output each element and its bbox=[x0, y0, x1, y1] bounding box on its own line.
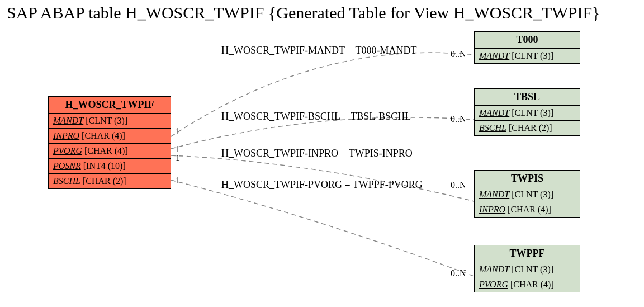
rel-label-bschl: H_WOSCR_TWPIF-BSCHL = TBSL-BSCHL bbox=[221, 111, 411, 122]
entity-h-woscr-twpif: H_WOSCR_TWPIF MANDT [CLNT (3)] INPRO [CH… bbox=[48, 96, 171, 189]
cardinality-left: 1 bbox=[176, 126, 180, 136]
field-inpro: INPRO [CHAR (4)] bbox=[475, 202, 580, 217]
field-bschl: BSCHL [CHAR (2)] bbox=[49, 174, 171, 188]
entity-twpis: TWPIS MANDT [CLNT (3)] INPRO [CHAR (4)] bbox=[474, 170, 580, 218]
entity-header: TWPPF bbox=[475, 245, 580, 262]
diagram-stage: SAP ABAP table H_WOSCR_TWPIF {Generated … bbox=[0, 0, 644, 307]
entity-twppf: TWPPF MANDT [CLNT (3)] PVORG [CHAR (4)] bbox=[474, 245, 580, 292]
field-inpro: INPRO [CHAR (4)] bbox=[49, 129, 171, 144]
field-bschl: BSCHL [CHAR (2)] bbox=[475, 121, 580, 135]
rel-label-mandt: H_WOSCR_TWPIF-MANDT = T000-MANDT bbox=[221, 45, 417, 56]
entity-header: H_WOSCR_TWPIF bbox=[49, 97, 171, 114]
rel-label-inpro: H_WOSCR_TWPIF-INPRO = TWPIS-INPRO bbox=[221, 148, 413, 159]
field-mandt: MANDT [CLNT (3)] bbox=[475, 262, 580, 277]
field-mandt: MANDT [CLNT (3)] bbox=[475, 49, 580, 63]
cardinality-right: 0..N bbox=[451, 114, 466, 124]
cardinality-left: 1 bbox=[176, 176, 180, 186]
entity-t000: T000 MANDT [CLNT (3)] bbox=[474, 31, 580, 64]
field-mandt: MANDT [CLNT (3)] bbox=[475, 187, 580, 202]
field-mandt: MANDT [CLNT (3)] bbox=[49, 114, 171, 129]
field-posnr: POSNR [INT4 (10)] bbox=[49, 159, 171, 174]
field-pvorg: PVORG [CHAR (4)] bbox=[49, 144, 171, 159]
entity-header: TWPIS bbox=[475, 171, 580, 187]
field-mandt: MANDT [CLNT (3)] bbox=[475, 106, 580, 121]
cardinality-right: 0..N bbox=[451, 49, 466, 59]
entity-header: T000 bbox=[475, 32, 580, 49]
cardinality-right: 0..N bbox=[451, 180, 466, 190]
entity-header: TBSL bbox=[475, 89, 580, 106]
rel-label-pvorg: H_WOSCR_TWPIF-PVORG = TWPPF-PVORG bbox=[221, 179, 423, 191]
field-pvorg: PVORG [CHAR (4)] bbox=[475, 277, 580, 292]
cardinality-right: 0..N bbox=[451, 268, 466, 278]
cardinality-left: 1 bbox=[176, 153, 180, 163]
entity-tbsl: TBSL MANDT [CLNT (3)] BSCHL [CHAR (2)] bbox=[474, 88, 580, 136]
